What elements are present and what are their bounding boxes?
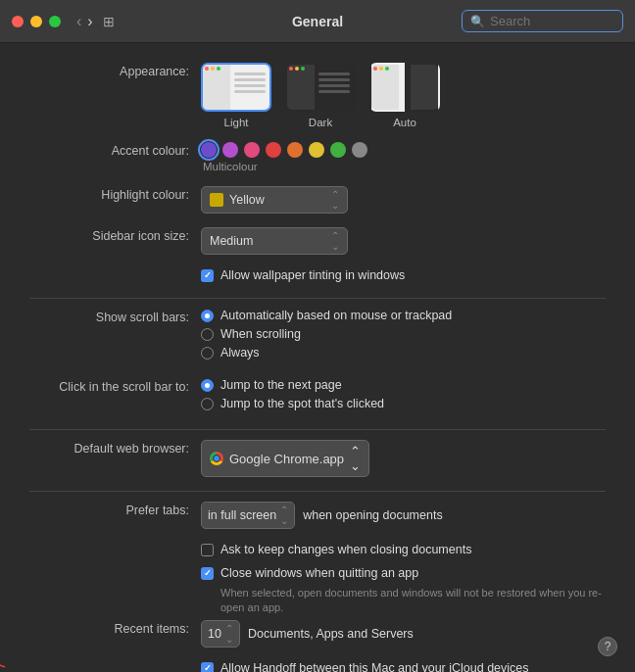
click-scroll-row: Click in the scroll bar to: Jump to the … bbox=[29, 378, 606, 415]
appearance-label: Appearance: bbox=[29, 63, 201, 78]
maximize-button[interactable] bbox=[49, 16, 61, 27]
close-windows-content: Close windows when quitting an app When … bbox=[201, 566, 606, 616]
scroll-always-radio[interactable] bbox=[201, 347, 214, 360]
wallpaper-content: Allow wallpaper tinting in windows bbox=[201, 268, 606, 288]
keep-changes-row-label bbox=[29, 543, 201, 545]
help-icon: ? bbox=[605, 640, 611, 653]
close-windows-desc: When selected, open documents and window… bbox=[220, 586, 606, 616]
recent-items-row: Recent items: 10 ⌃⌄ Documents, Apps and … bbox=[29, 620, 606, 648]
highlight-dropdown[interactable]: Yellow ⌃⌄ bbox=[201, 186, 348, 214]
search-icon: 🔍 bbox=[470, 15, 485, 28]
appearance-auto[interactable]: Auto bbox=[369, 63, 440, 128]
scroll-auto-radio[interactable] bbox=[201, 310, 214, 322]
back-arrow[interactable]: ‹ bbox=[76, 13, 81, 30]
chrome-icon bbox=[210, 452, 223, 465]
nav-arrows: ‹ › bbox=[76, 13, 93, 30]
close-windows-row-label bbox=[29, 566, 201, 568]
yellow-swatch bbox=[210, 193, 223, 207]
highlight-content: Yellow ⌃⌄ bbox=[201, 186, 606, 214]
window-title: General bbox=[292, 14, 343, 29]
grid-icon[interactable]: ⊞ bbox=[103, 14, 115, 29]
close-windows-checkbox[interactable] bbox=[201, 567, 214, 580]
wallpaper-row: Allow wallpaper tinting in windows bbox=[29, 268, 606, 288]
handoff-checkbox-row: Allow Handoff between this Mac and your … bbox=[201, 661, 606, 672]
accent-colors bbox=[201, 142, 367, 158]
handoff-content: Allow Handoff between this Mac and your … bbox=[201, 661, 606, 672]
accent-magenta[interactable] bbox=[222, 142, 238, 158]
wallpaper-checkbox[interactable] bbox=[201, 269, 214, 282]
accent-orange[interactable] bbox=[287, 142, 303, 158]
help-button[interactable]: ? bbox=[598, 637, 617, 656]
browser-dropdown[interactable]: Google Chrome.app ⌃⌄ bbox=[201, 440, 369, 477]
search-box[interactable]: 🔍 bbox=[462, 10, 623, 32]
prefer-tabs-value: in full screen bbox=[208, 508, 276, 522]
appearance-dark-label: Dark bbox=[309, 117, 332, 128]
handoff-row-label bbox=[29, 661, 201, 663]
appearance-dark[interactable]: Dark bbox=[285, 63, 356, 128]
recent-items-stepper[interactable]: 10 ⌃⌄ bbox=[201, 620, 240, 648]
click-spot-label: Jump to the spot that's clicked bbox=[220, 397, 384, 410]
accent-purple[interactable] bbox=[201, 142, 217, 158]
highlight-row: Highlight colour: Yellow ⌃⌄ bbox=[29, 186, 606, 214]
browser-label: Default web browser: bbox=[29, 440, 201, 456]
scroll-bars-label: Show scroll bars: bbox=[29, 309, 201, 324]
accent-graphite[interactable] bbox=[352, 142, 367, 158]
scroll-scrolling-option: When scrolling bbox=[201, 327, 606, 341]
accent-pink[interactable] bbox=[244, 142, 260, 158]
keep-changes-checkbox[interactable] bbox=[201, 544, 214, 556]
prefer-tabs-label: Prefer tabs: bbox=[29, 502, 201, 517]
wallpaper-label: Allow wallpaper tinting in windows bbox=[220, 268, 405, 282]
sidebar-size-dropdown[interactable]: Medium ⌃⌄ bbox=[201, 227, 348, 255]
recent-items-label: Recent items: bbox=[29, 620, 201, 636]
browser-value: Google Chrome.app bbox=[229, 452, 344, 466]
prefer-tabs-row: Prefer tabs: in full screen ⌃⌄ when open… bbox=[29, 502, 606, 529]
accent-red[interactable] bbox=[266, 142, 281, 158]
click-nextpage-radio[interactable] bbox=[201, 379, 214, 392]
appearance-light-label: Light bbox=[224, 117, 249, 128]
sidebar-icon-size-label: Sidebar icon size: bbox=[29, 227, 201, 243]
recent-items-suffix: Documents, Apps and Servers bbox=[248, 627, 414, 641]
highlight-value: Yellow bbox=[229, 193, 265, 207]
scroll-bars-content: Automatically based on mouse or trackpad… bbox=[201, 309, 606, 364]
prefer-tabs-arrow: ⌃⌄ bbox=[280, 504, 288, 526]
browser-content: Google Chrome.app ⌃⌄ bbox=[201, 440, 606, 477]
accent-yellow[interactable] bbox=[309, 142, 324, 158]
wallpaper-checkbox-row: Allow wallpaper tinting in windows bbox=[201, 268, 606, 282]
handoff-row: Allow Handoff between this Mac and your … bbox=[29, 661, 606, 672]
scroll-scrolling-radio[interactable] bbox=[201, 328, 214, 341]
scroll-always-option: Always bbox=[201, 346, 606, 360]
prefer-tabs-suffix: when opening documents bbox=[303, 508, 442, 522]
appearance-dark-thumb[interactable] bbox=[285, 63, 356, 112]
sidebar-icon-size-row: Sidebar icon size: Medium ⌃⌄ bbox=[29, 227, 606, 255]
search-input[interactable] bbox=[490, 14, 614, 28]
close-button[interactable] bbox=[12, 16, 24, 27]
forward-arrow[interactable]: › bbox=[87, 13, 92, 30]
handoff-checkbox[interactable] bbox=[201, 662, 214, 672]
scroll-scrolling-label: When scrolling bbox=[220, 327, 301, 341]
wallpaper-row-label bbox=[29, 268, 201, 270]
appearance-light[interactable]: Light bbox=[201, 63, 271, 128]
accent-row: Accent colour: Multicolour bbox=[29, 142, 606, 172]
recent-items-value: 10 bbox=[208, 627, 221, 641]
accent-content: Multicolour bbox=[201, 142, 606, 172]
scroll-auto-label: Automatically based on mouse or trackpad bbox=[220, 309, 452, 322]
close-windows-checkbox-row: Close windows when quitting an app bbox=[201, 566, 606, 580]
browser-row: Default web browser: Google Chrome.app ⌃… bbox=[29, 440, 606, 477]
appearance-row: Appearance: bbox=[29, 63, 606, 128]
sidebar-size-value: Medium bbox=[210, 234, 253, 248]
accent-green[interactable] bbox=[330, 142, 346, 158]
traffic-lights bbox=[12, 16, 61, 27]
keep-changes-row: Ask to keep changes when closing documen… bbox=[29, 543, 606, 562]
click-scroll-content: Jump to the next page Jump to the spot t… bbox=[201, 378, 606, 415]
appearance-light-thumb[interactable] bbox=[201, 63, 271, 112]
handoff-label: Allow Handoff between this Mac and your … bbox=[220, 661, 529, 672]
recent-items-arrow: ⌃⌄ bbox=[225, 623, 233, 645]
prefer-tabs-dropdown[interactable]: in full screen ⌃⌄ bbox=[201, 502, 295, 529]
red-arrow-icon: → bbox=[0, 639, 19, 672]
separator-3 bbox=[29, 491, 606, 492]
multicolour-label: Multicolour bbox=[203, 161, 606, 172]
click-spot-radio[interactable] bbox=[201, 398, 214, 410]
settings-content: Appearance: bbox=[0, 43, 635, 672]
minimize-button[interactable] bbox=[30, 16, 42, 27]
appearance-auto-thumb[interactable] bbox=[369, 63, 440, 112]
